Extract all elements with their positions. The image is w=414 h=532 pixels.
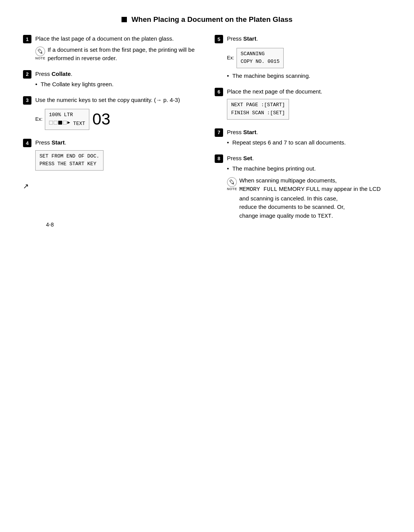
step-8-text: Press Set. — [227, 154, 391, 163]
step-7-text: Press Start. — [227, 128, 391, 137]
density-icon: ▶ — [49, 119, 70, 126]
step-2-content: Press Collate. The Collate key lights gr… — [35, 70, 199, 89]
step-7-bullet: Repeat steps 6 and 7 to scan all documen… — [227, 138, 391, 147]
step-8-note-text: When scanning multipage documents, MEMOR… — [239, 176, 381, 221]
step-3: 3 Use the numeric keys to set the copy q… — [23, 96, 199, 132]
step-5-period: . — [256, 35, 258, 42]
step-6-number: 6 — [215, 88, 223, 96]
memory-full-mono: MEMORY FULL — [239, 186, 277, 193]
pencil-icon — [35, 46, 45, 56]
note-label-2: NOTE — [227, 187, 237, 191]
step-5-number: 5 — [215, 35, 223, 43]
step-7-content: Press Start. Repeat steps 6 and 7 to sca… — [227, 128, 391, 147]
step-2: 2 Press Collate. The Collate key lights … — [23, 70, 199, 89]
step-5-text: Press Start. — [227, 34, 391, 43]
step-4-lcd-line1: SET FROM END OF DOC. — [39, 153, 99, 161]
step-5-lcd-line1: SCANNING — [241, 50, 279, 58]
left-column: 1 Place the last page of a document on t… — [23, 34, 199, 228]
title-text: When Placing a Document on the Platen Gl… — [131, 15, 292, 24]
note-label: NOTE — [35, 56, 45, 60]
step-5-ex: Ex: SCANNING COPY NO. 0015 — [227, 46, 391, 70]
step-3-lcd-text: TEXT — [73, 120, 85, 126]
step-8: 8 Press Set. The machine begins printing… — [215, 154, 391, 221]
step-2-bold: Collate — [52, 71, 71, 77]
step-5-bold: Start — [243, 35, 256, 42]
step-6-content: Place the next page of the document. NEX… — [227, 87, 391, 121]
d2 — [54, 121, 58, 125]
svg-line-7 — [230, 180, 232, 182]
step-7-number: 7 — [215, 128, 223, 137]
step-4: 4 Press Start. SET FROM END OF DOC. PRES… — [23, 138, 199, 172]
step-7-bold: Start — [243, 129, 256, 135]
step-3-number: 3 — [23, 96, 31, 105]
content-area: 1 Place the last page of a document on t… — [23, 34, 391, 228]
step-8-number: 8 — [215, 154, 223, 163]
step-4-content: Press Start. SET FROM END OF DOC. PRESS … — [35, 138, 199, 172]
step-8-note-line-2: MEMORY FULL MEMORY FULL may appear in th… — [239, 185, 381, 194]
step-5-lcd-line2: COPY NO. 0015 — [241, 58, 279, 66]
svg-marker-6 — [232, 182, 235, 185]
step-2-bullet: The Collate key lights green. — [35, 80, 199, 89]
step-3-display: 100% LTR ▶ TEXT — [45, 107, 110, 131]
d1 — [49, 121, 53, 125]
step-7-period: . — [256, 129, 258, 135]
step-6-lcd: NEXT PAGE :[START] FINISH SCAN :[SET] — [227, 99, 289, 120]
step-3-lcd-line2: ▶ TEXT — [49, 119, 85, 128]
ex-label-5: Ex: — [227, 55, 234, 61]
step-3-lcd-line1: 100% LTR — [49, 111, 85, 119]
step-4-period: . — [65, 139, 66, 146]
d4 — [63, 121, 67, 125]
step-8-bold: Set — [243, 155, 252, 161]
svg-marker-2 — [40, 52, 43, 54]
step-8-note-line-4: reduce the documents to be scanned. Or, — [239, 203, 381, 212]
step-2-number: 2 — [23, 70, 31, 79]
step-5: 5 Press Start. Ex: SCANNING COPY NO. 001… — [215, 34, 391, 80]
step-8-note-line-1: When scanning multipage documents, — [239, 176, 381, 185]
step-6-lcd-line1: NEXT PAGE :[START] — [231, 101, 285, 109]
step-4-lcd-line2: PRESS THE START KEY — [39, 160, 99, 168]
step-6: 6 Place the next page of the document. N… — [215, 87, 391, 121]
page-number: 4-8 — [46, 222, 54, 228]
svg-point-0 — [36, 46, 45, 56]
bottom-arrow: ↗ — [23, 182, 199, 190]
step-1: 1 Place the last page of a document on t… — [23, 34, 199, 63]
step-6-lcd-line2: FINISH SCAN :[SET] — [231, 109, 285, 117]
page-title: When Placing a Document on the Platen Gl… — [23, 15, 391, 24]
step-5-bullet: The machine begins scanning. — [227, 72, 391, 80]
right-column: 5 Press Start. Ex: SCANNING COPY NO. 001… — [215, 34, 391, 228]
step-1-note-icon-area: NOTE — [35, 46, 45, 60]
step-3-ex: Ex: 100% LTR ▶ — [35, 107, 199, 131]
step-4-bold: Start — [52, 139, 65, 146]
step-8-note-line-5: change image quality mode to TEXT. — [239, 212, 381, 221]
step-1-text: Place the last page of a document on the… — [35, 34, 199, 43]
step-4-text: Press Start. — [35, 138, 199, 147]
svg-point-4 — [227, 177, 237, 187]
step-1-content: Place the last page of a document on the… — [35, 34, 199, 63]
d3 — [58, 121, 62, 125]
step-7: 7 Press Start. Repeat steps 6 and 7 to s… — [215, 128, 391, 147]
step-3-lcd: 100% LTR ▶ TEXT — [45, 109, 89, 130]
step-8-content: Press Set. The machine begins printing o… — [227, 154, 391, 221]
step-1-note: NOTE If a document is set from the first… — [35, 46, 199, 63]
step-8-period: . — [252, 155, 254, 161]
step-8-note: NOTE When scanning multipage documents, … — [227, 176, 391, 221]
step-8-bullet: The machine begins printing out. — [227, 164, 391, 173]
step-4-lcd: SET FROM END OF DOC. PRESS THE START KEY — [35, 150, 104, 171]
text-mono: TEXT — [318, 213, 332, 220]
step-2-period: . — [71, 71, 72, 77]
step-6-text: Place the next page of the document. — [227, 87, 391, 96]
title-bullet — [122, 17, 127, 22]
step-4-number: 4 — [23, 139, 31, 147]
arrow-right: ▶ — [67, 119, 70, 126]
pencil-icon-2 — [227, 177, 237, 187]
step-3-big-number: 03 — [92, 111, 110, 127]
step-2-text: Press Collate. — [35, 70, 199, 79]
step-8-note-icon-area: NOTE — [227, 177, 237, 191]
step-1-note-text: If a document is set from the first page… — [48, 46, 199, 63]
ex-label-3: Ex: — [35, 116, 43, 122]
step-5-content: Press Start. Ex: SCANNING COPY NO. 0015 … — [227, 34, 391, 80]
svg-line-3 — [39, 49, 40, 51]
step-3-text: Use the numeric keys to set the copy qua… — [35, 96, 199, 105]
step-1-number: 1 — [23, 35, 31, 43]
step-5-lcd: SCANNING COPY NO. 0015 — [237, 48, 284, 69]
